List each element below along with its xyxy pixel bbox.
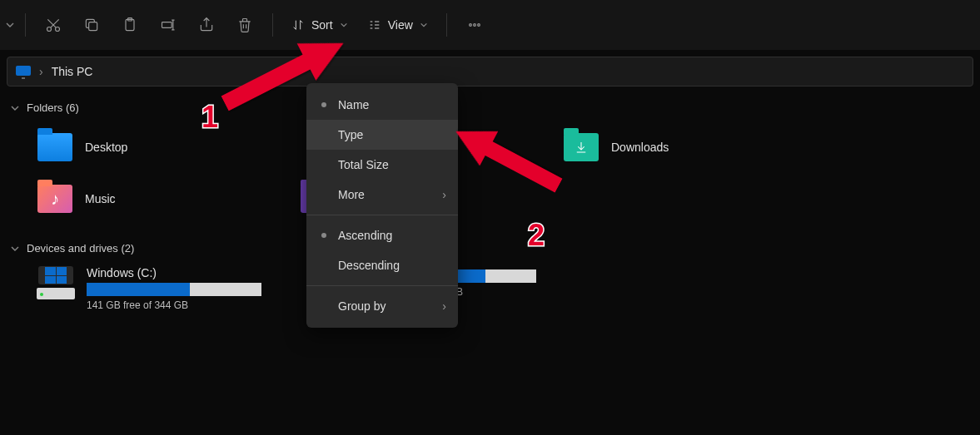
chevron-right-icon: ›	[39, 65, 43, 78]
chevron-down-icon	[340, 18, 348, 32]
menu-item-descending[interactable]: Descending	[306, 250, 458, 280]
delete-icon[interactable]	[226, 7, 264, 43]
annotation-step-2: 2	[528, 218, 545, 253]
folder-downloads[interactable]: Downloads	[563, 126, 826, 169]
menu-item-group-by[interactable]: Group by ›	[306, 291, 458, 321]
chevron-down-icon[interactable]	[3, 0, 17, 50]
rename-icon[interactable]	[149, 7, 187, 43]
usage-bar	[87, 283, 261, 296]
folder-icon	[37, 133, 72, 161]
separator	[272, 13, 273, 37]
chevron-right-icon: ›	[442, 188, 446, 201]
folder-music[interactable]: ♪ Music	[37, 177, 300, 220]
menu-item-more[interactable]: More ›	[306, 180, 458, 210]
sort-menu: Name Type Total Size More › Ascending De…	[306, 83, 458, 328]
menu-label: Name	[338, 98, 369, 111]
folder-label: Music	[85, 192, 116, 205]
menu-label: Type	[338, 128, 363, 141]
svg-point-6	[469, 24, 471, 27]
menu-item-type[interactable]: Type	[306, 120, 458, 150]
svg-point-8	[477, 24, 480, 27]
drive-free: 141 GB free of 344 GB	[87, 299, 261, 311]
section-title: Folders (6)	[27, 101, 79, 114]
folder-icon: ♪	[37, 185, 72, 213]
section-drives[interactable]: Devices and drives (2)	[10, 242, 970, 255]
chevron-down-icon	[420, 18, 428, 32]
view-button[interactable]: View	[358, 7, 438, 43]
this-pc-icon	[16, 66, 31, 77]
menu-separator	[306, 285, 458, 286]
svg-rect-5	[162, 22, 172, 28]
folder-icon	[564, 133, 599, 161]
toolbar: Sort View	[0, 0, 980, 50]
annotation-step-1: 1	[201, 100, 218, 135]
drive-icon	[37, 266, 75, 299]
menu-label: Total Size	[338, 158, 389, 171]
menu-label: More	[338, 188, 365, 201]
menu-label: Descending	[338, 259, 400, 272]
svg-point-0	[47, 27, 52, 32]
drives-grid: Windows (C:) 141 GB free of 344 GB 170 G…	[10, 266, 970, 311]
view-label: View	[388, 18, 413, 32]
separator	[25, 13, 26, 37]
folder-label: Desktop	[85, 141, 127, 154]
menu-item-total-size[interactable]: Total Size	[306, 150, 458, 180]
menu-item-ascending[interactable]: Ascending	[306, 220, 458, 250]
folder-label: Downloads	[611, 141, 669, 154]
svg-rect-2	[89, 22, 97, 31]
breadcrumb-root[interactable]: This PC	[52, 65, 93, 78]
menu-label: Ascending	[338, 229, 392, 242]
menu-separator	[306, 215, 458, 215]
share-icon[interactable]	[187, 7, 226, 43]
address-bar[interactable]: › This PC	[7, 57, 973, 87]
svg-point-7	[473, 24, 475, 27]
cut-icon[interactable]	[34, 7, 72, 43]
more-icon[interactable]	[455, 7, 494, 43]
menu-label: Group by	[338, 299, 386, 313]
section-folders[interactable]: Folders (6)	[10, 101, 970, 114]
section-title: Devices and drives (2)	[27, 242, 134, 255]
folder-desktop[interactable]: Desktop	[37, 126, 300, 169]
drive-c[interactable]: Windows (C:) 141 GB free of 344 GB	[37, 266, 261, 311]
paste-icon[interactable]	[111, 7, 149, 43]
svg-point-1	[56, 27, 60, 32]
drive-name: Windows (C:)	[87, 266, 261, 279]
separator	[446, 13, 447, 37]
copy-icon[interactable]	[72, 7, 111, 43]
menu-item-name[interactable]: Name	[306, 90, 458, 120]
chevron-right-icon: ›	[442, 299, 446, 313]
